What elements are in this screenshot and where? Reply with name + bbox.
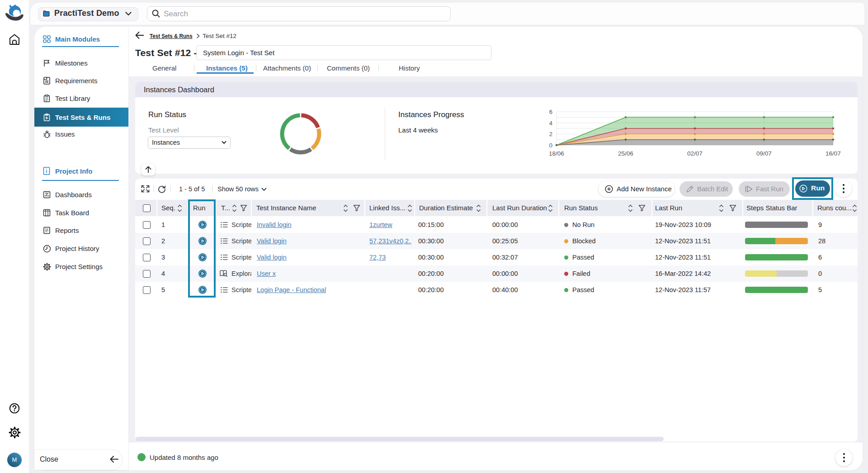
svg-text:25/06: 25/06: [618, 150, 633, 157]
svg-text:0: 0: [549, 142, 552, 149]
svg-text:09/07: 09/07: [756, 150, 772, 157]
svg-text:2: 2: [549, 131, 552, 137]
svg-text:16/07: 16/07: [826, 150, 841, 157]
svg-text:4: 4: [549, 120, 552, 127]
svg-text:6: 6: [549, 109, 552, 115]
svg-text:18/06: 18/06: [549, 150, 564, 157]
svg-text:02/07: 02/07: [687, 150, 703, 157]
